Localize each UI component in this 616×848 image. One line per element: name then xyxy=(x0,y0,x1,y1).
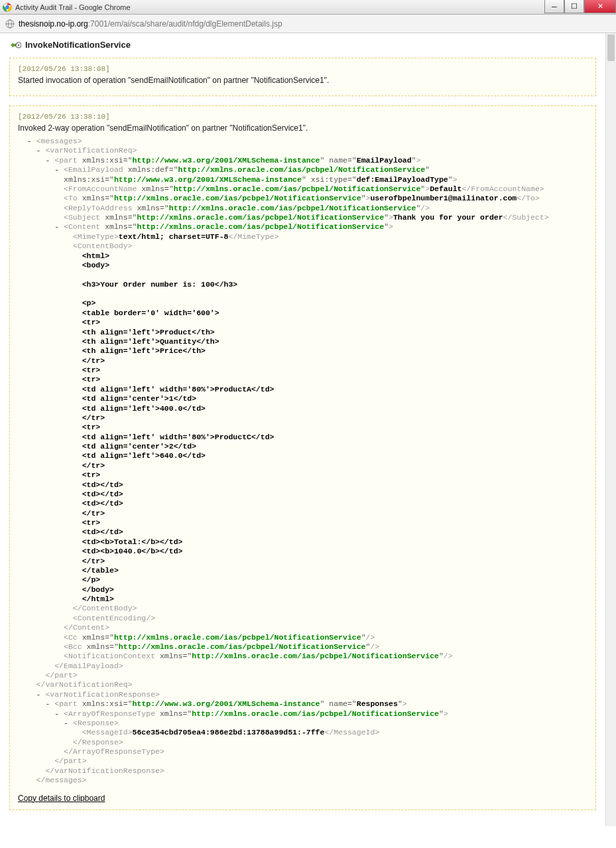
globe-icon xyxy=(5,19,15,29)
vertical-scrollbar[interactable] xyxy=(605,33,616,826)
timestamp: [2012/05/26 13:38:08] xyxy=(18,65,587,73)
window-controls: ─ ☐ ✕ xyxy=(544,0,616,13)
audit-entry-2: [2012/05/26 13:38:10] Invoked 2-way oper… xyxy=(9,106,596,810)
page-title: InvokeNotificationService xyxy=(25,40,131,50)
minimize-button[interactable]: ─ xyxy=(544,0,564,13)
window-title: Activity Audit Trail - Google Chrome xyxy=(15,3,613,11)
scrollbar-thumb[interactable] xyxy=(607,35,615,61)
maximize-button[interactable]: ☐ xyxy=(564,0,584,13)
url-text: thesisnoip.no-ip.org:7001/em/ai/sca/shar… xyxy=(19,19,282,29)
chrome-icon xyxy=(3,3,12,12)
audit-message: Invoked 2-way operation "sendEmailNotifi… xyxy=(18,123,587,133)
copy-details-link[interactable]: Copy details to clipboard xyxy=(18,794,105,803)
page-header: InvokeNotificationService xyxy=(9,40,607,50)
audit-entry-1: [2012/05/26 13:38:08] Started invocation… xyxy=(9,58,596,96)
svg-point-6 xyxy=(18,44,19,45)
timestamp: [2012/05/26 13:38:10] xyxy=(18,113,587,121)
address-bar[interactable]: thesisnoip.no-ip.org:7001/em/ai/sca/shar… xyxy=(0,15,616,33)
page-content: InvokeNotificationService [2012/05/26 13… xyxy=(0,33,616,826)
xml-payload: - <messages> - <varNotificationReq> - <p… xyxy=(18,137,587,786)
audit-message: Started invocation of operation "sendEma… xyxy=(18,76,587,85)
close-button[interactable]: ✕ xyxy=(584,0,616,13)
invoke-icon xyxy=(9,40,21,50)
window-titlebar: Activity Audit Trail - Google Chrome ─ ☐… xyxy=(0,0,616,15)
